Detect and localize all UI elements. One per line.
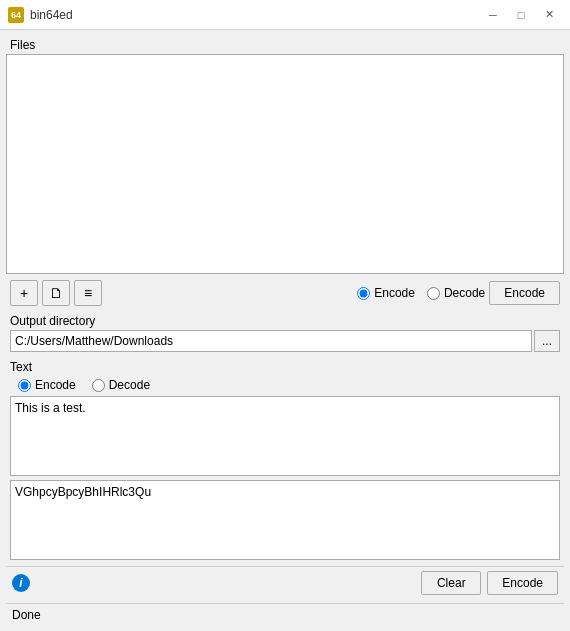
text-section: Text Encode Decode This is a test. VGhpc…: [6, 358, 564, 562]
bottom-bar: i Clear Encode: [6, 566, 564, 599]
clear-button[interactable]: Clear: [421, 571, 481, 595]
text-encode-label[interactable]: Encode: [18, 378, 76, 392]
files-label: Files: [6, 36, 564, 54]
minimize-button[interactable]: ─: [480, 5, 506, 25]
output-dir-label: Output directory: [10, 314, 560, 328]
browse-button[interactable]: ...: [534, 330, 560, 352]
output-dir-input[interactable]: [10, 330, 532, 352]
window-controls: ─ □ ✕: [480, 5, 562, 25]
open-file-button[interactable]: 🗋: [42, 280, 70, 306]
text-areas: This is a test. VGhpcyBpcyBhIHRlc3Qu: [10, 396, 560, 560]
title-bar: 64 bin64ed ─ □ ✕: [0, 0, 570, 30]
text-output-area[interactable]: VGhpcyBpcyBhIHRlc3Qu: [10, 480, 560, 560]
file-decode-radio[interactable]: [427, 287, 440, 300]
text-label: Text: [10, 360, 560, 374]
title-bar-left: 64 bin64ed: [8, 7, 73, 23]
file-decode-label[interactable]: Decode: [427, 286, 485, 300]
list-button[interactable]: ≡: [74, 280, 102, 306]
add-icon: +: [20, 285, 28, 301]
output-dir-row: ...: [10, 330, 560, 352]
window-title: bin64ed: [30, 8, 73, 22]
file-decode-text: Decode: [444, 286, 485, 300]
encode-button[interactable]: Encode: [487, 571, 558, 595]
text-decode-label[interactable]: Decode: [92, 378, 150, 392]
info-icon: i: [12, 574, 30, 592]
file-encode-text: Encode: [374, 286, 415, 300]
text-mode-group: Encode Decode: [10, 378, 560, 392]
file-encode-button[interactable]: Encode: [489, 281, 560, 305]
file-icon: 🗋: [49, 285, 63, 301]
file-mode-group: Encode Decode: [357, 286, 485, 300]
file-encode-radio[interactable]: [357, 287, 370, 300]
text-encode-radio[interactable]: [18, 379, 31, 392]
file-encode-label[interactable]: Encode: [357, 286, 415, 300]
status-text: Done: [12, 608, 41, 622]
files-area: [6, 54, 564, 274]
window-body: Files + 🗋 ≡ Encode Decode Encode Output …: [0, 30, 570, 631]
output-directory-section: Output directory ...: [6, 312, 564, 354]
files-container: Files: [6, 36, 564, 274]
maximize-button[interactable]: □: [508, 5, 534, 25]
app-icon: 64: [8, 7, 24, 23]
status-bar: Done: [6, 603, 564, 625]
text-encode-text: Encode: [35, 378, 76, 392]
close-button[interactable]: ✕: [536, 5, 562, 25]
text-decode-text: Decode: [109, 378, 150, 392]
add-file-button[interactable]: +: [10, 280, 38, 306]
list-icon: ≡: [84, 285, 92, 301]
toolbar-row: + 🗋 ≡ Encode Decode Encode: [6, 278, 564, 308]
text-decode-radio[interactable]: [92, 379, 105, 392]
text-input-area[interactable]: This is a test.: [10, 396, 560, 476]
